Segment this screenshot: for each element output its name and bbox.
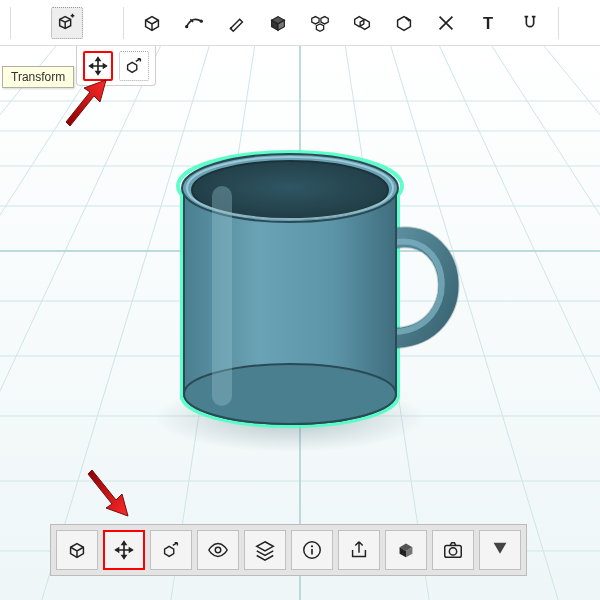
sketch-tool[interactable] bbox=[178, 7, 210, 39]
transform-flyout bbox=[76, 46, 156, 86]
revolve-tool[interactable] bbox=[220, 7, 252, 39]
tooltip-transform: Transform bbox=[2, 66, 74, 88]
layers-tool[interactable] bbox=[244, 530, 286, 570]
svg-point-32 bbox=[215, 547, 221, 553]
text-tool[interactable]: T bbox=[472, 7, 504, 39]
move-tool[interactable] bbox=[83, 51, 113, 81]
create-tool[interactable] bbox=[136, 7, 168, 39]
scale-tool[interactable] bbox=[150, 530, 192, 570]
move-tool[interactable] bbox=[103, 530, 145, 570]
svg-point-36 bbox=[449, 548, 456, 555]
combine-tool[interactable] bbox=[346, 7, 378, 39]
select-tool[interactable] bbox=[51, 7, 83, 39]
object-tool[interactable] bbox=[56, 530, 98, 570]
share-tool[interactable] bbox=[338, 530, 380, 570]
info-tool[interactable] bbox=[291, 530, 333, 570]
bottom-toolbar bbox=[50, 524, 527, 576]
tooltip-label: Transform bbox=[11, 70, 65, 84]
material-tool[interactable] bbox=[385, 530, 427, 570]
svg-point-29 bbox=[185, 25, 188, 28]
svg-text:T: T bbox=[483, 13, 493, 31]
snap-tool[interactable] bbox=[514, 7, 546, 39]
measure-tool[interactable] bbox=[430, 7, 462, 39]
svg-point-30 bbox=[200, 19, 203, 22]
array-tool[interactable] bbox=[304, 7, 336, 39]
modify-tool[interactable] bbox=[388, 7, 420, 39]
visibility-tool[interactable] bbox=[197, 530, 239, 570]
primitive-tool[interactable] bbox=[262, 7, 294, 39]
export-tool[interactable] bbox=[479, 530, 521, 570]
camera-tool[interactable] bbox=[432, 530, 474, 570]
viewport-3d[interactable] bbox=[0, 46, 600, 600]
top-toolbar: T bbox=[0, 0, 600, 46]
svg-point-34 bbox=[311, 545, 313, 547]
scale-tool[interactable] bbox=[119, 51, 149, 81]
